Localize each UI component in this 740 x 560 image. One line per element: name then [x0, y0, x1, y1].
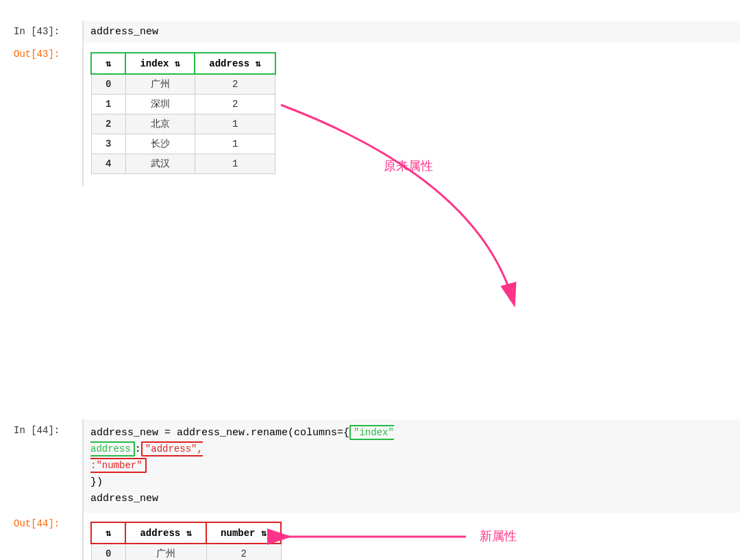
- col-sort-icon-new: ⇅: [91, 522, 125, 544]
- in-44-content: address_new = address_new.rename(columns…: [82, 419, 740, 513]
- dataframe-out43-wrapper: ⇅ index ⇅ address ⇅ 0广州21深圳22北京13长沙14武汉1: [90, 52, 276, 174]
- col-address-header: address ⇅: [195, 53, 275, 74]
- cell-out-43: Out[43]: ⇅ index ⇅ address ⇅ 0广州21深圳22北京…: [0, 43, 740, 186]
- col-index-header: index ⇅: [125, 53, 195, 74]
- table-row: 3长沙1: [91, 134, 275, 154]
- in-44-code: address_new = address_new.rename(columns…: [90, 425, 726, 507]
- out-44-label: Out[44]:: [0, 513, 82, 560]
- table-row: 2北京1: [91, 114, 275, 134]
- cell-in-43: In [43]: address_new: [0, 21, 740, 43]
- in-44-label: In [44]:: [0, 419, 82, 513]
- col-sort-icon: ⇅: [91, 53, 125, 74]
- out-43-section: Out[43]: ⇅ index ⇅ address ⇅ 0广州21深圳22北京…: [0, 43, 740, 186]
- cell-in-44: In [44]: address_new = address_new.renam…: [0, 419, 740, 513]
- in-43-content: address_new: [82, 21, 740, 43]
- col-address-new-header: address ⇅: [125, 522, 206, 544]
- notebook: In [43]: address_new Out[43]: ⇅ index ⇅ …: [0, 14, 740, 560]
- dataframe-out44-wrapper: ⇅ address ⇅ number ⇅ 0广州21深圳22北京13长沙14武汉…: [90, 522, 282, 560]
- table-row: 0广州2: [91, 74, 275, 95]
- table-row: 0广州2: [91, 544, 281, 560]
- out-43-content: ⇅ index ⇅ address ⇅ 0广州21深圳22北京13长沙14武汉1: [82, 43, 740, 186]
- dataframe-out44: ⇅ address ⇅ number ⇅ 0广州21深圳22北京13长沙14武汉…: [90, 522, 282, 560]
- in-44-colon: :: [135, 443, 141, 455]
- col-number-header: number ⇅: [206, 522, 281, 544]
- out-44-section: Out[44]: ⇅ address ⇅ number ⇅ 0广州21深圳22北…: [0, 513, 740, 560]
- in-44-code-part2: }): [90, 476, 103, 488]
- dataframe-out43: ⇅ index ⇅ address ⇅ 0广州21深圳22北京13长沙14武汉1: [90, 52, 276, 174]
- cell-out-44: Out[44]: ⇅ address ⇅ number ⇅ 0广州21深圳22北…: [0, 513, 740, 560]
- in-44-code-part1: address_new = address_new.rename(columns…: [90, 427, 349, 439]
- in-44-code-address-new: address_new: [90, 493, 158, 504]
- table-row: 1深圳2: [91, 95, 275, 114]
- in-43-label: In [43]:: [0, 21, 82, 43]
- out-44-content: ⇅ address ⇅ number ⇅ 0广州21深圳22北京13长沙14武汉…: [82, 513, 740, 560]
- in-43-code: address_new: [90, 26, 726, 38]
- out-43-label: Out[43]:: [0, 43, 82, 186]
- table-row: 4武汉1: [91, 154, 275, 174]
